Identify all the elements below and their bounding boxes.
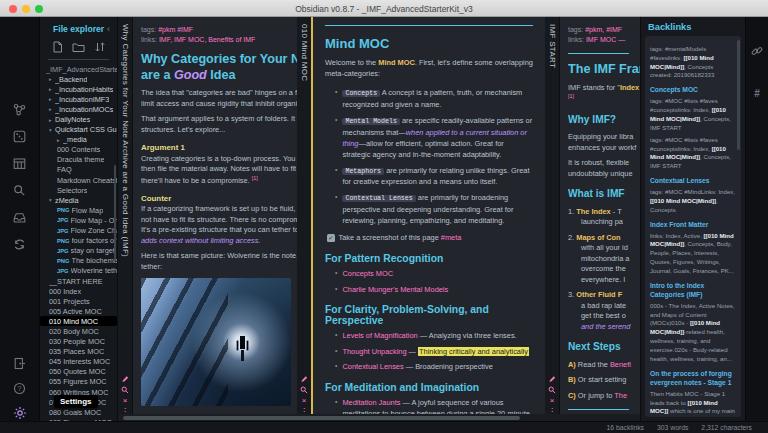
backlink-file-link[interactable]: Index Front Matter: [650, 220, 735, 229]
text-line: enhances your workf: [568, 143, 640, 154]
file-tree-item[interactable]: ▸ _Backend: [40, 74, 117, 84]
file-tree-item[interactable]: Markdown Cheatsheet: [40, 175, 117, 185]
note-link[interactable]: Contextual Lenses: [342, 362, 403, 371]
note-link[interactable]: IMF, IMF MOC, Benefits of IMF: [159, 36, 255, 43]
tag-link[interactable]: #pkm, #IMF: [585, 26, 622, 33]
file-tree-item[interactable]: ▸ DailyNotes: [40, 114, 117, 124]
backlink-snippet[interactable]: Then Habits MOC - Stage 1 leads back to …: [650, 390, 735, 417]
pane-header-010-mind-moc[interactable]: 010 Mind MOC × ⋮: [297, 17, 313, 421]
file-tree-item[interactable]: __START HERE: [40, 276, 117, 286]
file-tree-item[interactable]: 020 Body MOC: [40, 326, 117, 336]
file-tree-item[interactable]: 050 Quotes MOC: [40, 367, 117, 377]
note-link[interactable]: The: [614, 391, 627, 400]
note-link[interactable]: Thought Unpacking: [342, 347, 406, 356]
footnote-ref[interactable]: [1]: [252, 175, 258, 181]
file-tree-item[interactable]: FAQ: [40, 165, 117, 175]
file-tree-item[interactable]: ▾ zMedia: [40, 195, 117, 205]
file-tree-item[interactable]: 000 Contents: [40, 145, 117, 155]
file-tree-item[interactable]: 001 Projects: [40, 296, 117, 306]
file-tree-item[interactable]: JPG Wolverine tethered: [40, 266, 117, 276]
file-tree-item[interactable]: JPG Flow Map - Original: [40, 215, 117, 225]
backlink-snippet[interactable]: tags: #mentalModels #faveslinks: [[010 M…: [650, 45, 735, 80]
find-icon[interactable]: [120, 385, 130, 394]
horizontal-scrollbar[interactable]: [118, 414, 640, 421]
help-icon[interactable]: ?: [12, 380, 28, 396]
collapse-sidebar-icon[interactable]: ‹: [107, 24, 112, 34]
find-icon[interactable]: [547, 385, 557, 394]
file-tree-item[interactable]: JPG Flow Zone Channel: [40, 226, 117, 236]
backlinks-link-icon[interactable]: [749, 43, 765, 59]
file-tree-item[interactable]: 030 People MOC: [40, 337, 117, 347]
close-icon[interactable]: ×: [120, 396, 130, 405]
file-tree-item[interactable]: 035 Places MOC: [40, 347, 117, 357]
note-link[interactable]: IMF MOC —: [586, 36, 625, 43]
tag-link[interactable]: #pkm #IMF: [158, 26, 193, 33]
backlink-snippet[interactable]: tags: #MOC #MindLinks: Index, [[010 Mind…: [650, 188, 735, 214]
edit-icon[interactable]: [299, 374, 309, 383]
tags-hash-icon[interactable]: #: [749, 85, 765, 101]
file-tree-item[interactable]: JPG stay on target: [40, 246, 117, 256]
find-icon[interactable]: [299, 385, 309, 394]
file-tree-item[interactable]: 045 Interests MOC: [40, 357, 117, 367]
note-link[interactable]: Charlie Munger's Mental Models: [342, 285, 448, 294]
file-tree-item[interactable]: ▸ _IncubationHabits: [40, 84, 117, 94]
file-tree-item[interactable]: 010 Mind MOC: [40, 316, 117, 326]
file-tree-item[interactable]: PNG Flow Map: [40, 205, 117, 215]
scrollbar-thumb[interactable]: [123, 416, 520, 420]
dice-icon[interactable]: [12, 128, 28, 144]
close-icon[interactable]: ×: [547, 396, 557, 405]
backlink-file-link[interactable]: Contextual Lenses: [650, 176, 735, 185]
note-link[interactable]: Meditation Jaunts: [342, 398, 400, 407]
file-tree-item[interactable]: _IMF_AdvancedStarterKit_v3: [40, 64, 117, 74]
sync-icon[interactable]: [12, 236, 28, 252]
backlinks-scrollbar[interactable]: [737, 40, 740, 150]
text-segment: everywhere. I: [581, 275, 625, 284]
edit-icon[interactable]: [120, 374, 130, 383]
file-tree-item[interactable]: ▸ _IncubationIMF3: [40, 94, 117, 104]
backlink-snippet[interactable]: tags: #MOC #lists #faves #conceptslinks:…: [650, 136, 735, 171]
note-link[interactable]: Concepts MOC: [342, 269, 393, 278]
filetype-badge: JPG: [57, 248, 69, 254]
file-tree-item[interactable]: 000 Index: [40, 286, 117, 296]
grid-icon[interactable]: [12, 155, 28, 171]
graph-icon[interactable]: [12, 101, 28, 117]
text-line: [1]: [568, 93, 640, 105]
sort-button[interactable]: [94, 41, 106, 53]
file-tree-item[interactable]: PNG The biochemistry of flow: [40, 256, 117, 266]
checkbox[interactable]: ✓: [327, 234, 335, 242]
new-note-button[interactable]: [52, 41, 63, 53]
backlink-snippet[interactable]: 000s - The Index, Active Notes, and Maps…: [650, 302, 735, 364]
close-icon[interactable]: ×: [299, 396, 309, 405]
file-tree-item[interactable]: 055 Figures MOC: [40, 377, 117, 387]
note-link[interactable]: Levels of Magnification: [342, 331, 417, 340]
text-line: limit access and cause rigidity that inh…: [141, 99, 297, 110]
footnote-ref[interactable]: [1]: [568, 93, 574, 99]
file-tree-item[interactable]: PNG four factors of flow: [40, 236, 117, 246]
backlink-snippet[interactable]: links: Index, Active, [[010 Mind MOC|Min…: [650, 232, 735, 276]
backlink-snippet[interactable]: tags: #MOC #lists #faves #conceptslinks:…: [650, 97, 735, 132]
note-link[interactable]: Benefi: [610, 360, 631, 369]
file-tree-item[interactable]: ▸ _media: [40, 135, 117, 145]
text-line: tags: #pkm #IMF: [141, 25, 297, 35]
edit-icon[interactable]: [547, 374, 557, 383]
file-tree-item[interactable]: Selectors: [40, 185, 117, 195]
backlink-file-link[interactable]: On the process of forging evergreen note…: [650, 369, 735, 387]
vault-icon[interactable]: [12, 355, 28, 371]
file-tree-item[interactable]: ▾ Quickstart CSS Guide: [40, 125, 117, 135]
text-segment: Creating categories is a top-down proces…: [141, 154, 297, 163]
file-tree-item[interactable]: 005 Active MOC: [40, 306, 117, 316]
new-folder-button[interactable]: [72, 41, 85, 53]
pane-header-imf-start[interactable]: IMF START × ⋮: [545, 17, 560, 421]
tag-link[interactable]: #meta: [441, 233, 462, 242]
filetype-badge: PNG: [57, 238, 70, 244]
pane-header-why-categories[interactable]: Why Categories for Your Note Archive are…: [118, 17, 133, 421]
file-tree-item[interactable]: Dracula theme: [40, 155, 117, 165]
settings-gear-icon[interactable]: [12, 405, 28, 421]
backlink-file-link[interactable]: Concepts MOC: [650, 85, 735, 94]
backlink-file-link[interactable]: Intro to the Index Categories (IMF): [650, 281, 735, 299]
file-tree-item[interactable]: 080 Goals MOC: [40, 407, 117, 417]
search-icon[interactable]: [12, 182, 28, 198]
file-explorer-scrollbar[interactable]: [114, 165, 117, 261]
file-tree-item[interactable]: ▸ _IncubationMOCs: [40, 104, 117, 114]
inbox-icon[interactable]: [12, 209, 28, 225]
